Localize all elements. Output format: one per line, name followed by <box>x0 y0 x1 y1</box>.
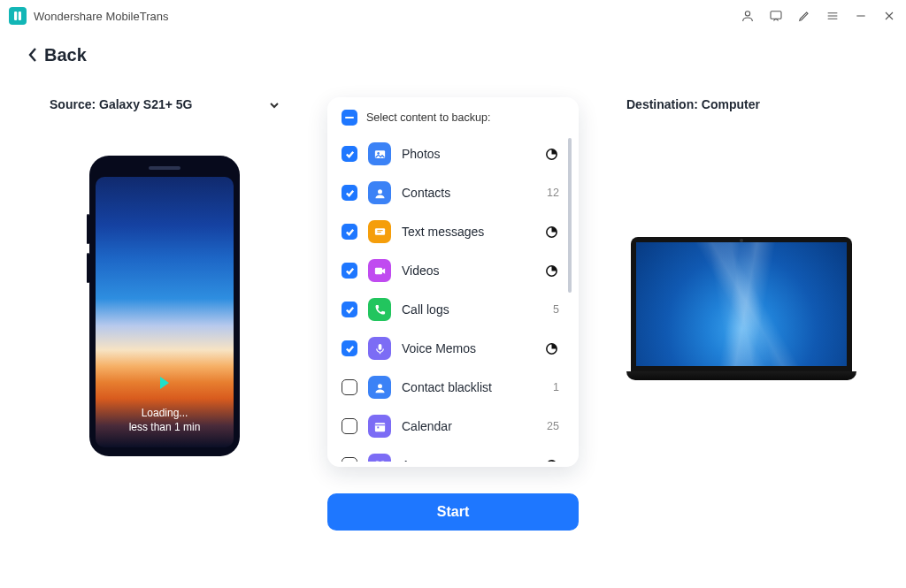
item-checkbox[interactable] <box>342 146 357 162</box>
item-checkbox[interactable] <box>342 224 357 240</box>
apps-icon <box>368 454 391 462</box>
item-label: Videos <box>402 263 534 278</box>
item-checkbox[interactable] <box>342 340 357 356</box>
item-count: 1 <box>553 381 559 393</box>
source-device-image: Loading... less than 1 min <box>89 156 240 456</box>
back-label: Back <box>44 45 87 65</box>
back-button[interactable]: Back <box>27 45 87 65</box>
phone-status-line2: less than 1 min <box>129 421 201 433</box>
mic-icon <box>368 337 391 360</box>
loading-spinner-icon <box>544 225 559 240</box>
svg-point-5 <box>377 152 380 155</box>
item-count: 12 <box>547 187 559 199</box>
content-row[interactable]: Photos <box>338 134 564 173</box>
close-icon[interactable] <box>881 8 897 24</box>
svg-rect-18 <box>380 461 384 462</box>
svg-rect-3 <box>771 11 781 19</box>
item-label: Photos <box>402 147 534 161</box>
chevron-down-icon <box>269 99 280 110</box>
source-label: Source: Galaxy S21+ 5G <box>50 97 192 111</box>
calendar-icon <box>368 415 391 438</box>
content-row[interactable]: Apps <box>338 446 564 462</box>
contact-icon <box>368 181 391 204</box>
destination-label: Destination: Computer <box>626 97 760 111</box>
message-icon <box>368 220 391 243</box>
contact-icon <box>368 376 391 399</box>
source-selector[interactable]: Source: Galaxy S21+ 5G <box>50 97 280 111</box>
title-bar: Wondershare MobileTrans <box>0 0 906 32</box>
item-label: Contact blacklist <box>402 380 542 394</box>
item-checkbox[interactable] <box>342 379 357 395</box>
start-button[interactable]: Start <box>327 493 579 531</box>
scrollbar[interactable] <box>568 138 572 293</box>
content-row[interactable]: Calendar25 <box>338 407 564 446</box>
item-count: 25 <box>547 420 559 432</box>
item-checkbox[interactable] <box>342 302 357 317</box>
svg-point-14 <box>378 384 382 388</box>
phone-icon <box>368 298 391 321</box>
play-icon <box>160 377 169 389</box>
video-icon <box>368 259 391 282</box>
svg-rect-12 <box>378 343 381 349</box>
loading-spinner-icon <box>544 341 559 356</box>
minimize-icon[interactable] <box>853 8 869 24</box>
content-row[interactable]: Contact blacklist1 <box>338 368 564 407</box>
item-label: Contacts <box>402 186 536 200</box>
svg-rect-10 <box>374 267 381 274</box>
source-panel: Source: Galaxy S21+ 5G Loading... less t… <box>50 97 280 584</box>
svg-point-2 <box>745 11 749 16</box>
destination-panel: Destination: Computer <box>626 97 856 584</box>
content-row[interactable]: Videos <box>338 251 564 290</box>
svg-rect-15 <box>374 423 384 431</box>
content-select-card: Select content to backup: PhotosContacts… <box>327 97 579 467</box>
item-label: Text messages <box>402 225 534 239</box>
item-checkbox[interactable] <box>342 185 357 201</box>
phone-status-line1: Loading... <box>142 407 188 419</box>
item-checkbox[interactable] <box>342 457 357 462</box>
content-row[interactable]: Text messages <box>338 212 564 251</box>
svg-rect-16 <box>377 426 379 428</box>
loading-spinner-icon <box>544 458 559 462</box>
edit-icon[interactable] <box>796 8 812 24</box>
account-icon[interactable] <box>740 8 756 24</box>
svg-rect-17 <box>375 461 379 462</box>
card-header-text: Select content to backup: <box>366 111 490 124</box>
content-row[interactable]: Call logs5 <box>338 290 564 329</box>
select-all-checkbox[interactable] <box>342 110 357 126</box>
image-icon <box>368 142 391 165</box>
item-label: Apps <box>402 458 534 462</box>
content-row[interactable]: Contacts12 <box>338 173 564 212</box>
app-title: Wondershare MobileTrans <box>34 10 168 23</box>
item-label: Voice Memos <box>402 341 534 355</box>
item-checkbox[interactable] <box>342 263 357 279</box>
feedback-icon[interactable] <box>768 8 784 24</box>
loading-spinner-icon <box>544 263 559 279</box>
app-logo-icon <box>9 7 27 25</box>
item-label: Call logs <box>402 302 542 317</box>
loading-spinner-icon <box>544 147 559 162</box>
item-label: Calendar <box>402 419 536 433</box>
svg-rect-1 <box>19 11 21 20</box>
svg-rect-8 <box>374 228 384 235</box>
item-count: 5 <box>553 303 559 316</box>
svg-rect-0 <box>14 11 17 20</box>
destination-device-image <box>631 237 852 380</box>
item-checkbox[interactable] <box>342 418 357 434</box>
content-list: PhotosContacts12Text messagesVideosCall … <box>338 134 564 462</box>
menu-icon[interactable] <box>825 8 841 24</box>
svg-point-7 <box>378 189 382 194</box>
destination-label-row: Destination: Computer <box>626 97 856 111</box>
content-row[interactable]: Voice Memos <box>338 329 564 368</box>
chevron-left-icon <box>27 47 39 63</box>
